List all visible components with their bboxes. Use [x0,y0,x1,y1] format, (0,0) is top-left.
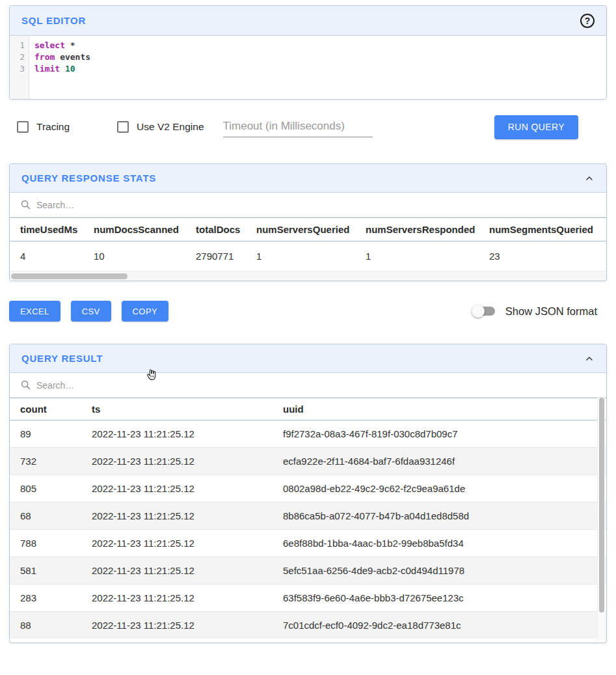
code-lines: select *from eventslimit 10 [29,36,606,99]
horizontal-scrollbar-thumb[interactable] [11,273,127,279]
table-cell: 283 [10,585,81,612]
sql-code-editor[interactable]: 123 select *from eventslimit 10 [10,36,606,99]
table-cell: ecfa922e-2f11-4684-baf7-6fdaa931246f [273,448,606,475]
column-header: numSegmentsQueried [479,218,606,241]
json-format-toggle[interactable] [472,305,496,318]
json-format-toggle-group: Show JSON format [472,305,597,318]
table-cell: 63f583f9-6e60-4a6e-bbb3-d72675ee123c [273,585,606,612]
stats-search-row [10,193,606,217]
column-header: numServersResponded [355,218,479,241]
table-cell: 7c01cdcf-ecf0-4092-9dc2-ea18d773e81c [273,612,606,639]
csv-button[interactable]: CSV [71,301,111,322]
code-token: limit [34,64,60,74]
line-number: 2 [10,51,25,63]
sql-editor-card: SQL EDITOR ? 123 select *from eventslimi… [9,5,607,100]
tracing-label: Tracing [36,121,70,133]
horizontal-scrollbar-track[interactable] [10,271,606,281]
table-cell: 4 [10,241,83,271]
table-row: 5812022-11-23 11:21:25.125efc51aa-6256-4… [10,557,606,585]
column-header: numDocsScanned [83,218,185,241]
code-line: limit 10 [34,63,606,75]
tracing-checkbox[interactable] [17,121,29,133]
table-cell: 23 [479,241,606,271]
table-row: 7882022-11-23 11:21:25.126e8f88bd-1bba-4… [10,530,606,557]
table-cell: 5efc51aa-6256-4de9-acb2-c0d494d11978 [273,557,606,585]
chevron-up-icon[interactable] [584,353,595,364]
sql-editor-title: SQL EDITOR [21,15,86,26]
stats-header: QUERY RESPONSE STATS [10,164,606,193]
query-controls-row: Tracing Use V2 Engine RUN QUERY [9,115,607,139]
code-token: from [34,52,55,62]
table-cell: 2022-11-23 11:21:25.12 [81,420,273,448]
table-cell: 805 [10,475,81,503]
table-cell: 1 [246,241,355,271]
query-console-page: SQL EDITOR ? 123 select *from eventslimi… [0,5,616,675]
table-cell: 2022-11-23 11:21:25.12 [81,448,273,475]
export-row: EXCEL CSV COPY Show JSON format [9,301,607,322]
table-cell: 2022-11-23 11:21:25.12 [81,612,273,639]
table-row: 892022-11-23 11:21:25.12f9f2732a-08a3-46… [10,420,606,448]
search-icon [20,379,31,391]
result-title: QUERY RESULT [21,353,103,364]
table-cell: 6e8f88bd-1bba-4aac-b1b2-99eb8ba5fd34 [273,530,606,557]
table-cell: 1 [355,241,479,271]
line-number: 3 [10,63,25,75]
stats-search-input[interactable] [36,200,596,210]
table-cell: 0802a98d-eb22-49c2-9c62-f2c9ea9a61de [273,475,606,503]
v2-engine-label: Use V2 Engine [137,121,204,133]
result-header-row: counttsuuid [10,398,606,420]
stats-table: timeUsedMsnumDocsScannedtotalDocsnumServ… [10,217,606,271]
table-cell: 89 [10,420,81,448]
chevron-up-icon[interactable] [584,173,595,184]
column-header: timeUsedMs [10,218,83,241]
sql-editor-header: SQL EDITOR ? [10,6,606,36]
column-header: uuid [273,398,606,420]
table-cell: 788 [10,530,81,557]
tracing-checkbox-group[interactable]: Tracing [17,121,70,133]
stats-header-row: timeUsedMsnumDocsScannedtotalDocsnumServ… [10,218,606,241]
vertical-scrollbar-thumb[interactable] [599,398,604,613]
line-number: 1 [10,40,25,51]
code-line-numbers: 123 [10,36,29,99]
table-cell: 2022-11-23 11:21:25.12 [81,503,273,530]
table-row: 8052022-11-23 11:21:25.120802a98d-eb22-4… [10,475,606,503]
column-header: count [10,398,81,420]
table-cell: 10 [83,241,185,271]
result-search-input[interactable] [36,380,596,391]
copy-button[interactable]: COPY [122,301,168,322]
result-search-row [10,373,606,398]
table-cell: 2790771 [185,241,246,271]
table-cell: 581 [10,557,81,585]
timeout-input[interactable] [223,117,373,137]
table-row: 2832022-11-23 11:21:25.1263f583f9-6e60-4… [10,585,606,612]
result-table: counttsuuid 892022-11-23 11:21:25.12f9f2… [10,398,606,639]
query-result-card: QUERY RESULT counttsuuid 892022-11-23 11… [9,344,607,643]
table-row: 41027907711123 [10,241,606,271]
search-icon [20,199,31,210]
stats-title: QUERY RESPONSE STATS [21,172,156,184]
column-header: ts [81,398,273,420]
v2-engine-checkbox-group[interactable]: Use V2 Engine [117,121,204,133]
table-cell: 732 [10,448,81,475]
vertical-scrollbar-track[interactable] [597,398,605,641]
run-query-button[interactable]: RUN QUERY [494,115,578,139]
table-cell: 88 [10,612,81,639]
table-row: 882022-11-23 11:21:25.127c01cdcf-ecf0-40… [10,612,606,639]
excel-button[interactable]: EXCEL [9,301,60,322]
table-cell: 68 [10,503,81,530]
result-header: QUERY RESULT [10,344,606,373]
v2-engine-checkbox[interactable] [117,121,129,133]
code-token: events [55,52,90,62]
table-row: 7322022-11-23 11:21:25.12ecfa922e-2f11-4… [10,448,606,475]
code-token: 10 [60,64,75,74]
code-line: from events [34,51,606,63]
query-response-stats-card: QUERY RESPONSE STATS timeUsedMsnumDocsSc… [9,163,607,281]
code-line: select * [34,40,606,51]
json-format-label: Show JSON format [505,305,597,318]
code-token: * [65,40,75,50]
table-cell: 8b86ca5b-a072-4077-b47b-a04d1ed8d58d [273,503,606,530]
help-question-icon[interactable]: ? [580,14,595,28]
table-cell: 2022-11-23 11:21:25.12 [81,585,273,612]
table-cell: 2022-11-23 11:21:25.12 [81,475,273,503]
toggle-knob [472,305,485,318]
